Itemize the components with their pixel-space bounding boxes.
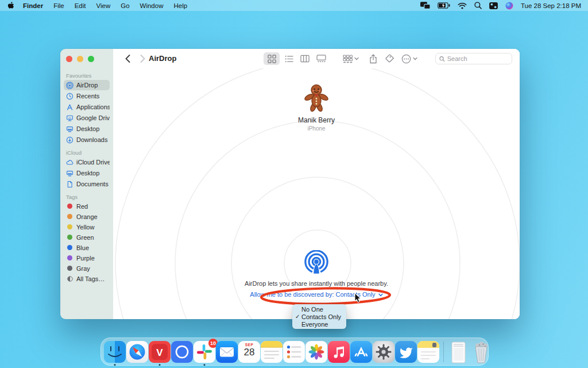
- menu-window[interactable]: Window: [135, 2, 169, 9]
- sidebar-item-tag-gray[interactable]: Gray: [64, 263, 110, 273]
- tag-gray-icon: [67, 266, 72, 271]
- finder-window: Favourites AirDrop Recents Applications …: [60, 49, 520, 319]
- sidebar-label: AirDrop: [76, 82, 98, 89]
- dock-system-preferences[interactable]: [373, 341, 394, 366]
- more-actions-button[interactable]: [401, 52, 417, 65]
- dock-photos[interactable]: [305, 341, 327, 366]
- sidebar-item-icloud-desktop[interactable]: Desktop: [64, 168, 110, 178]
- dock-vivaldi[interactable]: V: [149, 341, 171, 366]
- menu-item-label: Contacts Only: [301, 313, 341, 320]
- desktop-icon: [66, 170, 74, 177]
- group-button[interactable]: [343, 52, 359, 65]
- sidebar-label: Desktop: [76, 170, 99, 177]
- sidebar-section-tags: Tags: [66, 194, 107, 200]
- dock-notes[interactable]: [261, 341, 283, 366]
- search-icon: [439, 56, 445, 62]
- dock-safari[interactable]: [126, 341, 148, 366]
- sidebar-label: Applications: [76, 103, 110, 110]
- search-field[interactable]: [435, 53, 512, 64]
- forward-button[interactable]: [137, 53, 148, 64]
- dock-trash[interactable]: [470, 341, 492, 366]
- sidebar-item-icloud-drive[interactable]: iCloud Drive: [64, 157, 110, 167]
- dock-mail[interactable]: [216, 341, 238, 366]
- nearby-device[interactable]: Manik Berry iPhone: [113, 83, 520, 132]
- icon-view-button[interactable]: [264, 52, 280, 65]
- sidebar-label: Green: [76, 234, 94, 241]
- close-button[interactable]: [66, 56, 72, 62]
- running-indicator: [114, 364, 116, 366]
- menu-finder[interactable]: Finder: [18, 2, 48, 9]
- menu-bar: Finder File Edit View Go Window Help Tue…: [0, 0, 588, 11]
- sidebar-item-tag-red[interactable]: Red: [64, 201, 110, 211]
- menu-view[interactable]: View: [91, 2, 116, 9]
- dock-twitter[interactable]: [395, 341, 417, 366]
- dock-signal[interactable]: [171, 341, 193, 366]
- spotlight-icon[interactable]: [474, 2, 482, 9]
- sidebar-item-tag-orange[interactable]: Orange: [64, 212, 110, 221]
- control-center-icon[interactable]: [489, 2, 498, 9]
- sidebar-label: All Tags…: [76, 275, 105, 282]
- sidebar-section-icloud: iCloud: [66, 150, 107, 156]
- sidebar-label: Red: [76, 203, 88, 210]
- sidebar-item-applications[interactable]: Applications: [64, 102, 110, 112]
- minimize-button[interactable]: [77, 56, 83, 62]
- sidebar-label: Recents: [76, 93, 99, 99]
- sidebar-item-all-tags[interactable]: All Tags…: [64, 274, 110, 284]
- menu-edit[interactable]: Edit: [69, 2, 91, 9]
- sidebar-item-tag-purple[interactable]: Purple: [64, 253, 110, 263]
- gingerbread-avatar-icon: [303, 83, 330, 112]
- tag-icon[interactable]: [385, 52, 394, 65]
- search-input[interactable]: [447, 55, 508, 62]
- running-indicator: [159, 364, 161, 366]
- battery-charging-icon[interactable]: [438, 2, 450, 9]
- sidebar-item-tag-yellow[interactable]: Yellow: [64, 222, 110, 232]
- sidebar-item-tag-green[interactable]: Green: [64, 232, 110, 242]
- tag-purple-icon: [67, 255, 72, 260]
- tag-blue-icon: [67, 245, 72, 250]
- menu-item-no-one[interactable]: No One: [292, 305, 346, 313]
- sidebar-label: Purple: [76, 255, 95, 262]
- menu-help[interactable]: Help: [168, 2, 192, 9]
- zoom-button[interactable]: [88, 56, 94, 62]
- sidebar-item-airdrop[interactable]: AirDrop: [64, 80, 110, 90]
- menu-item-everyone[interactable]: Everyone: [292, 320, 346, 328]
- sidebar-section-favourites: Favourites: [66, 72, 107, 79]
- dock-stickies[interactable]: [417, 341, 439, 366]
- menu-item-contacts-only[interactable]: ✓ Contacts Only: [292, 313, 346, 320]
- traffic-lights: [64, 54, 110, 68]
- desktop-icon: [66, 125, 74, 133]
- dock-finder[interactable]: [104, 341, 126, 366]
- dock-calendar[interactable]: SEP 28: [238, 341, 260, 366]
- dock: V 10 SEP 28: [100, 338, 489, 366]
- dock-music[interactable]: [328, 341, 350, 366]
- list-view-button[interactable]: [281, 52, 297, 65]
- sidebar-item-downloads[interactable]: Downloads: [64, 135, 110, 145]
- tag-green-icon: [67, 235, 72, 240]
- gallery-view-button[interactable]: [313, 52, 329, 65]
- sidebar-item-documents[interactable]: Documents: [64, 179, 110, 189]
- window-main: AirDrop: [113, 49, 520, 319]
- column-view-button[interactable]: [297, 52, 313, 65]
- menu-file[interactable]: File: [48, 2, 69, 9]
- clock-icon: [66, 93, 74, 100]
- back-button[interactable]: [122, 53, 133, 64]
- airdrop-caption: AirDrop lets you share instantly with pe…: [113, 280, 520, 287]
- dock-slack[interactable]: 10: [194, 341, 215, 366]
- dock-reminders[interactable]: [283, 341, 305, 366]
- share-icon[interactable]: [369, 52, 377, 65]
- sidebar-label: Desktop: [76, 125, 99, 132]
- sidebar-item-desktop[interactable]: Desktop: [64, 124, 110, 134]
- calendar-month: SEP: [238, 343, 260, 347]
- discoverable-dropdown[interactable]: Allow me to be discovered by: Contacts O…: [113, 291, 520, 298]
- sidebar-item-google-drive[interactable]: Google Drive: [64, 113, 110, 123]
- wifi-icon[interactable]: [458, 2, 467, 9]
- apple-menu-icon[interactable]: [7, 2, 14, 10]
- screen-mirroring-icon[interactable]: [420, 2, 430, 9]
- menu-go[interactable]: Go: [115, 2, 134, 9]
- sidebar-item-recents[interactable]: Recents: [64, 91, 110, 101]
- dock-app-store[interactable]: [350, 341, 372, 366]
- siri-icon[interactable]: [505, 2, 513, 10]
- dock-document[interactable]: [448, 341, 470, 366]
- sidebar-item-tag-blue[interactable]: Blue: [64, 243, 110, 252]
- menubar-clock[interactable]: Tue 28 Sep 2:18 PM: [521, 2, 581, 9]
